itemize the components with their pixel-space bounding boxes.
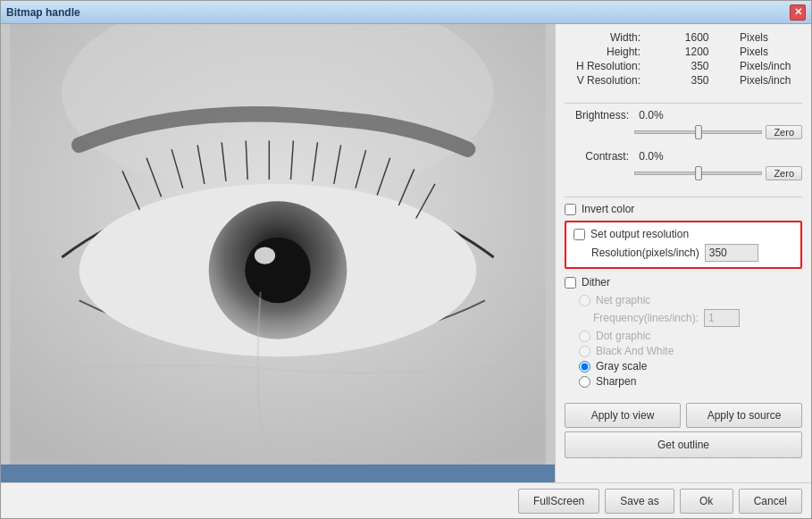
ok-button[interactable]: Ok — [680, 489, 733, 514]
frequency-row: Frequency(lines/inch): — [565, 309, 802, 327]
contrast-slider-row: Zero — [565, 164, 802, 182]
sharpen-row: Sharpen — [565, 375, 802, 388]
fullscreen-button[interactable]: FullScreen — [518, 489, 599, 514]
height-label: Height: — [565, 46, 640, 58]
net-graphic-row: Net graphic — [565, 294, 802, 306]
brightness-row: Brightness: 0.0% — [565, 109, 802, 121]
sharpen-radio[interactable] — [579, 376, 590, 388]
gray-scale-row: Gray scale — [565, 360, 802, 373]
brightness-slider[interactable] — [634, 130, 762, 134]
width-label: Width: — [565, 31, 640, 44]
bottom-bar: FullScreen Save as Ok Cancel — [1, 482, 811, 518]
brightness-section: Brightness: 0.0% Zero — [565, 109, 802, 143]
frequency-label: Frequency(lines/inch): — [593, 312, 699, 324]
contrast-section: Contrast: 0.0% Zero — [565, 150, 802, 184]
svg-point-5 — [255, 247, 275, 264]
contrast-value: 0.0% — [634, 150, 668, 163]
v-resolution-unit: Pixels/inch — [740, 74, 802, 87]
v-resolution-row: V Resolution: 350 Pixels/inch — [565, 74, 802, 87]
cancel-button[interactable]: Cancel — [739, 489, 802, 514]
black-white-row: Black And White — [565, 345, 802, 357]
contrast-track — [634, 164, 762, 182]
brightness-slider-row: Zero — [565, 123, 802, 141]
brightness-track — [634, 123, 762, 141]
window-title: Bitmap handle — [6, 6, 80, 19]
net-graphic-radio[interactable] — [579, 295, 590, 306]
invert-color-label[interactable]: Invert color — [582, 203, 634, 215]
frequency-input[interactable] — [704, 309, 740, 327]
v-resolution-value: 350 — [674, 74, 709, 87]
dot-graphic-radio[interactable] — [579, 331, 590, 342]
brightness-zero-button[interactable]: Zero — [766, 125, 802, 139]
invert-color-checkbox[interactable] — [565, 204, 576, 215]
invert-color-row: Invert color — [565, 203, 802, 215]
dot-graphic-label: Dot graphic — [596, 330, 650, 342]
apply-to-view-button[interactable]: Apply to view — [565, 403, 681, 428]
dither-section: Dither Net graphic Frequency(lines/inch)… — [565, 276, 802, 390]
resolution-label: Resolution(pixels/inch) — [591, 247, 699, 259]
black-white-label: Black And White — [596, 345, 674, 357]
image-scroll-bar[interactable] — [1, 465, 555, 482]
h-resolution-row: H Resolution: 350 Pixels/inch — [565, 60, 802, 72]
dither-label[interactable]: Dither — [582, 276, 610, 289]
image-panel — [1, 24, 555, 482]
set-output-resolution-checkbox[interactable] — [573, 229, 585, 240]
apply-buttons-row: Apply to view Apply to source — [565, 403, 802, 428]
get-outline-button[interactable]: Get outline — [565, 431, 802, 458]
close-button[interactable]: ✕ — [790, 4, 806, 21]
save-as-button[interactable]: Save as — [605, 489, 674, 514]
image-container — [1, 24, 555, 465]
title-bar: Bitmap handle ✕ — [1, 1, 811, 24]
width-unit: Pixels — [740, 31, 802, 44]
brightness-label: Brightness: — [565, 109, 629, 121]
gray-scale-label[interactable]: Gray scale — [596, 360, 647, 373]
resolution-input-row: Resolution(pixels/inch) — [573, 244, 793, 262]
resolution-input[interactable] — [705, 244, 758, 262]
dot-graphic-row: Dot graphic — [565, 330, 802, 342]
v-resolution-label: V Resolution: — [565, 74, 640, 87]
width-row: Width: 1600 Pixels — [565, 31, 802, 44]
divider-1 — [565, 103, 802, 104]
height-unit: Pixels — [740, 46, 802, 58]
sharpen-label[interactable]: Sharpen — [596, 375, 636, 388]
contrast-zero-button[interactable]: Zero — [766, 166, 802, 180]
height-value: 1200 — [674, 46, 709, 58]
image-info-section: Width: 1600 Pixels Height: 1200 Pixels H… — [565, 31, 802, 88]
gray-scale-radio[interactable] — [579, 361, 590, 373]
contrast-slider[interactable] — [634, 172, 762, 175]
dither-checkbox[interactable] — [565, 277, 576, 289]
h-resolution-label: H Resolution: — [565, 60, 640, 72]
height-row: Height: 1200 Pixels — [565, 46, 802, 58]
apply-to-source-button[interactable]: Apply to source — [686, 403, 802, 428]
contrast-label: Contrast: — [565, 150, 629, 163]
h-resolution-value: 350 — [674, 60, 709, 72]
set-output-resolution-row: Set output resolution — [573, 228, 793, 240]
width-value: 1600 — [674, 31, 709, 44]
main-window: Bitmap handle ✕ — [0, 0, 812, 519]
output-resolution-section: Set output resolution Resolution(pixels/… — [565, 221, 802, 269]
set-output-resolution-label[interactable]: Set output resolution — [590, 228, 689, 240]
net-graphic-label: Net graphic — [596, 294, 650, 306]
right-panel: Width: 1600 Pixels Height: 1200 Pixels H… — [555, 24, 811, 482]
divider-2 — [565, 197, 802, 197]
svg-point-4 — [245, 238, 310, 303]
contrast-row: Contrast: 0.0% — [565, 150, 802, 163]
dither-row: Dither — [565, 276, 802, 289]
black-white-radio[interactable] — [579, 346, 590, 357]
h-resolution-unit: Pixels/inch — [740, 60, 802, 72]
content-area: Width: 1600 Pixels Height: 1200 Pixels H… — [1, 24, 811, 482]
eye-image — [1, 24, 555, 465]
brightness-value: 0.0% — [634, 109, 668, 121]
